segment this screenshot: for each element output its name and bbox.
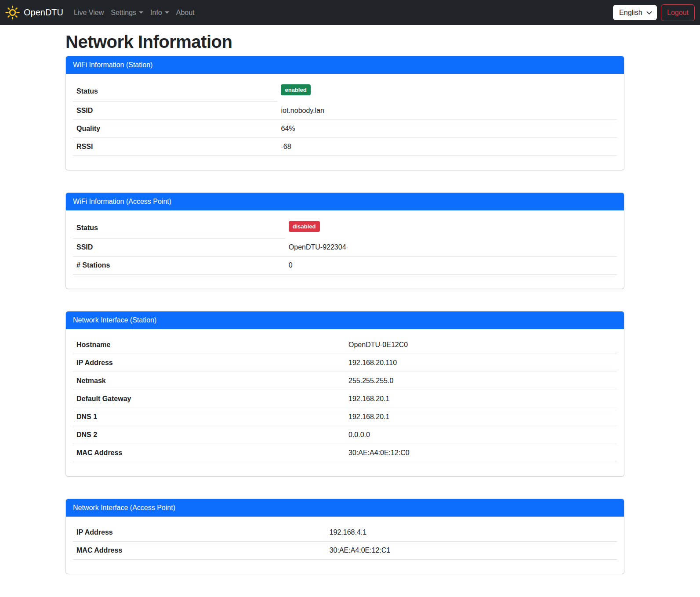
caret-down-icon (165, 11, 169, 14)
card: WiFi Information (Access Point)Statusdis… (65, 192, 624, 289)
card: Network Interface (Access Point)IP Addre… (65, 499, 624, 574)
row-label: Status (73, 81, 277, 102)
nav-item-label: Live View (74, 9, 104, 17)
row-label: Quality (73, 120, 277, 138)
card-body: IP Address192.168.4.1MAC Address30:AE:A4… (66, 517, 624, 574)
row-label: IP Address (73, 354, 345, 372)
table-row: Statusenabled (73, 81, 617, 102)
sun-icon (5, 5, 20, 20)
table-row: MAC Address30:AE:A4:0E:12:C1 (73, 542, 617, 560)
row-value: iot.nobody.lan (277, 102, 617, 120)
table-row: Netmask255.255.255.0 (73, 372, 617, 390)
row-label: DNS 1 (73, 408, 345, 426)
row-label: Netmask (73, 372, 345, 390)
table-row: HostnameOpenDTU-0E12C0 (73, 336, 617, 354)
table-row: IP Address192.168.4.1 (73, 524, 617, 542)
row-label: Hostname (73, 336, 345, 354)
card-header: WiFi Information (Access Point) (66, 193, 624, 210)
table-row: Default Gateway192.168.20.1 (73, 390, 617, 408)
nav-item-label: Settings (111, 9, 136, 17)
status-badge: disabled (289, 221, 320, 232)
card: Network Interface (Station)HostnameOpenD… (65, 311, 624, 477)
card-body: HostnameOpenDTU-0E12C0IP Address192.168.… (66, 329, 624, 476)
row-value: 30:AE:A4:0E:12:C0 (345, 444, 617, 462)
row-value: disabled (285, 217, 617, 239)
row-value: 64% (277, 120, 617, 138)
nav-item-label: Info (150, 9, 162, 17)
table-row: DNS 20.0.0.0 (73, 426, 617, 444)
nav-item-livehome[interactable]: Live View (70, 5, 107, 20)
table-row: SSIDiot.nobody.lan (73, 102, 617, 120)
row-label: IP Address (73, 524, 326, 542)
nav-item-info[interactable]: Info (147, 5, 173, 20)
nav-item-about[interactable]: About (173, 5, 198, 20)
row-value: 192.168.4.1 (326, 524, 617, 542)
row-value: 0.0.0.0 (345, 426, 617, 444)
row-label: MAC Address (73, 444, 345, 462)
row-label: Default Gateway (73, 390, 345, 408)
logout-button[interactable]: Logout (661, 4, 695, 21)
row-value: 0 (285, 257, 617, 275)
language-select[interactable]: English (613, 5, 657, 20)
table-row: DNS 1192.168.20.1 (73, 408, 617, 426)
status-badge: enabled (281, 84, 310, 95)
table-row: Statusdisabled (73, 217, 617, 239)
card-header: Network Interface (Access Point) (66, 499, 624, 517)
language-selector-wrap: English (613, 5, 657, 20)
row-label: Status (73, 217, 285, 239)
card-header: WiFi Information (Station) (66, 56, 624, 74)
card-body: StatusdisabledSSIDOpenDTU-922304# Statio… (66, 210, 624, 289)
row-label: SSID (73, 239, 285, 257)
info-table: StatusenabledSSIDiot.nobody.lanQuality64… (73, 81, 617, 156)
row-label: SSID (73, 102, 277, 120)
card: WiFi Information (Station)StatusenabledS… (65, 56, 624, 170)
page-title: Network Information (65, 32, 624, 52)
brand[interactable]: OpenDTU (5, 5, 63, 20)
row-value: 255.255.255.0 (345, 372, 617, 390)
row-value: 192.168.20.1 (345, 390, 617, 408)
table-row: Quality64% (73, 120, 617, 138)
brand-label: OpenDTU (24, 7, 63, 18)
caret-down-icon (139, 11, 143, 14)
row-label: MAC Address (73, 542, 326, 560)
info-table: IP Address192.168.4.1MAC Address30:AE:A4… (73, 524, 617, 560)
table-row: # Stations0 (73, 257, 617, 275)
info-table: HostnameOpenDTU-0E12C0IP Address192.168.… (73, 336, 617, 462)
nav-item-settings[interactable]: Settings (107, 5, 147, 20)
row-value: 192.168.20.110 (345, 354, 617, 372)
table-row: SSIDOpenDTU-922304 (73, 239, 617, 257)
row-value: 192.168.20.1 (345, 408, 617, 426)
row-label: DNS 2 (73, 426, 345, 444)
navbar: OpenDTU Live ViewSettingsInfoAbout Engli… (0, 0, 700, 25)
info-table: StatusdisabledSSIDOpenDTU-922304# Statio… (73, 217, 617, 275)
table-row: RSSI-68 (73, 138, 617, 156)
card-body: StatusenabledSSIDiot.nobody.lanQuality64… (66, 74, 624, 170)
row-label: # Stations (73, 257, 285, 275)
cards: WiFi Information (Station)StatusenabledS… (65, 56, 624, 574)
card-header: Network Interface (Station) (66, 311, 624, 329)
table-row: MAC Address30:AE:A4:0E:12:C0 (73, 444, 617, 462)
row-value: 30:AE:A4:0E:12:C1 (326, 542, 617, 560)
row-value: OpenDTU-922304 (285, 239, 617, 257)
nav-item-label: About (176, 9, 195, 17)
table-row: IP Address192.168.20.110 (73, 354, 617, 372)
main-content: Network Information WiFi Information (St… (65, 25, 624, 574)
row-value: OpenDTU-0E12C0 (345, 336, 617, 354)
row-value: enabled (277, 81, 617, 102)
row-label: RSSI (73, 138, 277, 156)
nav-links: Live ViewSettingsInfoAbout (70, 5, 198, 20)
row-value: -68 (277, 138, 617, 156)
